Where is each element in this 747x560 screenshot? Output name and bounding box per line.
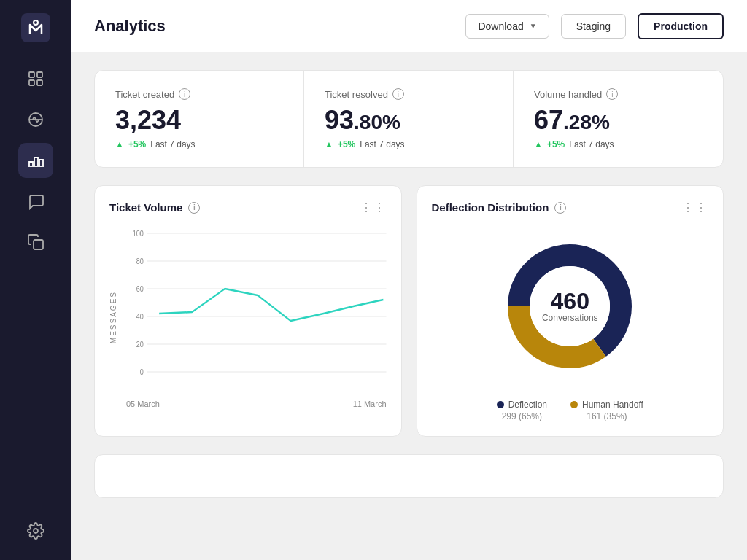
stat-label-volume-handled: Volume handled i xyxy=(534,88,703,100)
deflection-card: Deflection Distribution i ⋮⋮ xyxy=(417,185,724,437)
ticket-volume-card: Ticket Volume i ⋮⋮ MESSAGES xyxy=(94,185,402,437)
staging-button[interactable]: Staging xyxy=(561,14,626,39)
stat-value-ticket-resolved: 93.80% xyxy=(325,107,492,133)
info-icon-ticket-resolved: i xyxy=(392,88,404,100)
trend-arrow: ▲ xyxy=(115,139,124,149)
stat-label-ticket-created: Ticket created i xyxy=(115,88,283,100)
trend-arrow-3: ▲ xyxy=(534,139,543,149)
copy-icon[interactable] xyxy=(18,225,53,260)
donut-total: 460 xyxy=(542,289,598,313)
chat-icon[interactable] xyxy=(18,184,53,219)
svg-rect-9 xyxy=(34,240,43,249)
deflection-dot xyxy=(497,401,504,408)
info-icon-ticket-created: i xyxy=(179,88,190,100)
stat-card-volume-handled: Volume handled i 67.28% ▲ +5% Last 7 day… xyxy=(514,71,723,167)
handoff-count: 161 (35%) xyxy=(587,411,627,421)
production-button[interactable]: Production xyxy=(638,13,724,39)
donut-subtitle: Conversations xyxy=(542,313,598,323)
legend-handoff: Human Handoff 161 (35%) xyxy=(570,400,643,421)
deflection-count: 299 (65%) xyxy=(502,411,542,421)
grid-icon[interactable] xyxy=(18,61,53,96)
stat-value-ticket-created: 3,234 xyxy=(115,107,283,133)
deflection-title: Deflection Distribution i xyxy=(432,201,567,214)
deflection-header: Deflection Distribution i ⋮⋮ xyxy=(432,201,709,214)
svg-text:80: 80 xyxy=(136,257,144,265)
logo xyxy=(20,12,52,44)
legend-deflection: Deflection 299 (65%) xyxy=(497,400,547,421)
stat-label-ticket-resolved: Ticket resolved i xyxy=(325,88,492,100)
svg-rect-2 xyxy=(29,72,34,77)
donut-chart-container: 460 Conversations Deflection 299 (65%) xyxy=(432,226,709,421)
ticket-volume-header: Ticket Volume i ⋮⋮ xyxy=(109,201,387,214)
stat-card-ticket-resolved: Ticket resolved i 93.80% ▲ +5% Last 7 da… xyxy=(304,71,514,167)
y-axis-label: MESSAGES xyxy=(109,291,117,343)
stat-trend-volume-handled: ▲ +5% Last 7 days xyxy=(534,139,703,149)
info-icon-ticket-volume: i xyxy=(188,202,200,214)
svg-text:60: 60 xyxy=(136,284,144,293)
svg-text:0: 0 xyxy=(140,368,144,376)
line-chart: MESSAGES 100 80 xyxy=(109,226,387,408)
svg-rect-5 xyxy=(37,80,42,85)
svg-text:100: 100 xyxy=(133,229,144,238)
handoff-dot xyxy=(570,401,578,408)
svg-rect-0 xyxy=(21,13,50,42)
integrate-icon[interactable] xyxy=(18,102,53,137)
content-area: Ticket created i 3,234 ▲ +5% Last 7 days… xyxy=(71,52,747,560)
donut-chart: 460 Conversations xyxy=(497,233,643,379)
donut-legend: Deflection 299 (65%) Human Handoff 161 (… xyxy=(497,400,643,421)
bottom-card xyxy=(94,454,724,498)
trend-arrow-2: ▲ xyxy=(325,139,333,149)
stat-cards-row: Ticket created i 3,234 ▲ +5% Last 7 days… xyxy=(94,70,724,168)
settings-icon[interactable] xyxy=(18,513,53,548)
page-header: Analytics Download ▼ Staging Production xyxy=(71,0,747,52)
svg-rect-3 xyxy=(37,72,42,77)
x-axis-labels: 05 March 11 March xyxy=(123,400,387,408)
stat-card-ticket-created: Ticket created i 3,234 ▲ +5% Last 7 days xyxy=(95,71,304,167)
stat-trend-ticket-resolved: ▲ +5% Last 7 days xyxy=(325,139,492,149)
svg-point-10 xyxy=(34,529,38,533)
chart-row: Ticket Volume i ⋮⋮ MESSAGES xyxy=(94,185,724,437)
chevron-down-icon: ▼ xyxy=(530,22,537,30)
stat-trend-ticket-created: ▲ +5% Last 7 days xyxy=(115,139,283,149)
more-options-icon[interactable]: ⋮⋮ xyxy=(360,201,387,214)
download-button[interactable]: Download ▼ xyxy=(465,14,549,39)
chart-svg-area: 100 80 60 40 20 0 05 March 11 M xyxy=(123,226,387,408)
sidebar xyxy=(0,0,71,560)
analytics-icon[interactable] xyxy=(18,143,53,178)
download-label: Download xyxy=(478,20,523,32)
info-icon-volume-handled: i xyxy=(606,88,618,100)
svg-text:40: 40 xyxy=(136,312,144,321)
svg-text:20: 20 xyxy=(136,340,144,349)
info-icon-deflection: i xyxy=(554,202,566,214)
page-title: Analytics xyxy=(94,17,454,36)
svg-rect-4 xyxy=(29,80,34,85)
more-options-deflection-icon[interactable]: ⋮⋮ xyxy=(682,201,708,214)
donut-center-text: 460 Conversations xyxy=(542,289,598,323)
main-content: Analytics Download ▼ Staging Production … xyxy=(71,0,747,560)
stat-value-volume-handled: 67.28% xyxy=(534,107,703,133)
ticket-volume-title: Ticket Volume i xyxy=(109,201,200,214)
